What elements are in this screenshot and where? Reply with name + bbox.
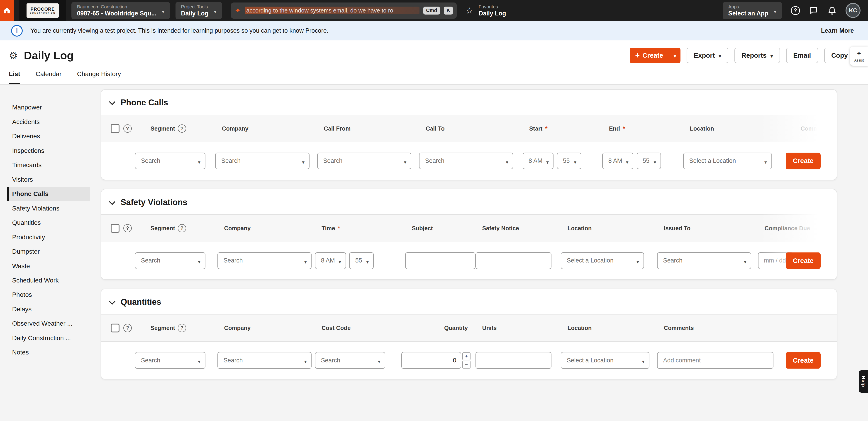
call-from-select[interactable]: Search — [317, 152, 411, 169]
end-hour-select[interactable]: 8 AM — [602, 152, 633, 169]
section-title: Phone Calls — [121, 98, 168, 107]
assist-icon: ✦ — [857, 50, 862, 57]
start-minute-select[interactable]: 55 — [557, 152, 581, 169]
segment-select[interactable]: Search — [135, 252, 205, 269]
collapse-chevron-icon[interactable] — [109, 99, 116, 105]
select-all-checkbox[interactable] — [111, 124, 120, 133]
feedback-button[interactable] — [809, 6, 818, 16]
create-phone-call-button[interactable]: Create — [786, 152, 821, 169]
topbar: PROCORE CONSTRUCTION Baum.com Constructi… — [0, 0, 868, 21]
notifications-button[interactable] — [827, 6, 837, 16]
favorites-picker[interactable]: Favorites Daily Log — [479, 4, 506, 18]
help-icon[interactable] — [178, 324, 186, 332]
tab-list[interactable]: List — [9, 71, 20, 84]
chevron-down-icon — [642, 355, 644, 365]
apps-label: Apps — [728, 4, 769, 10]
reports-button[interactable]: Reports — [735, 48, 780, 63]
help-icon[interactable] — [123, 324, 132, 332]
select-all-checkbox[interactable] — [111, 224, 120, 233]
tool-picker-value: Daily Log — [181, 10, 208, 18]
sidebar-item-waste[interactable]: Waste — [7, 259, 90, 273]
subject-input[interactable] — [405, 252, 475, 269]
company-select[interactable]: Search — [217, 352, 312, 369]
help-button[interactable]: ? — [791, 6, 800, 16]
banner-text: You are currently viewing a test project… — [30, 27, 328, 34]
column-header: Location — [690, 125, 714, 132]
tool-picker[interactable]: Project Tools Daily Log — [176, 2, 222, 19]
collapse-chevron-icon[interactable] — [109, 298, 116, 305]
company-select[interactable]: Search — [217, 252, 312, 269]
global-search-bar[interactable]: ✦ according to the window systems email,… — [231, 2, 457, 19]
column-header: Segment — [151, 325, 175, 331]
reports-button-label: Reports — [742, 52, 767, 59]
sidebar-item-observed-weather[interactable]: Observed Weather ... — [7, 316, 90, 331]
required-asterisk: * — [545, 125, 548, 132]
export-button[interactable]: Export — [687, 48, 728, 63]
home-button[interactable] — [0, 0, 14, 21]
start-hour-select[interactable]: 8 AM — [523, 152, 554, 169]
help-icon[interactable] — [178, 224, 186, 232]
issued-to-select[interactable]: Search — [657, 252, 751, 269]
user-avatar[interactable]: KC — [845, 3, 861, 18]
sidebar-item-manpower[interactable]: Manpower — [7, 100, 90, 114]
company-select[interactable]: Search — [215, 152, 309, 169]
comment-input[interactable] — [657, 352, 773, 369]
email-button[interactable]: Email — [786, 48, 818, 63]
units-input[interactable] — [475, 352, 552, 369]
location-select[interactable]: Select a Location — [561, 252, 644, 269]
sidebar-item-safety-violations[interactable]: Safety Violations — [7, 201, 90, 216]
location-select[interactable]: Select a Location — [561, 352, 649, 369]
sidebar-item-phone-calls[interactable]: Phone Calls — [7, 187, 90, 201]
sidebar-item-visitors[interactable]: Visitors — [7, 172, 90, 187]
chevron-down-icon — [304, 355, 307, 365]
create-button[interactable]: Create — [630, 48, 681, 63]
quantity-increment-button[interactable]: + — [462, 353, 471, 360]
help-tab[interactable]: Help — [859, 370, 868, 393]
tab-calendar[interactable]: Calendar — [36, 71, 61, 84]
segment-select[interactable]: Search — [135, 352, 205, 369]
help-icon[interactable] — [123, 124, 132, 133]
project-picker[interactable]: Baum.com Construction 0987-65 - Wooldrid… — [71, 2, 170, 19]
chevron-down-icon[interactable] — [669, 52, 680, 59]
segment-select[interactable]: Search — [135, 152, 205, 169]
project-picker-value: 0987-65 - Wooldridge Squ... — [77, 10, 156, 18]
help-icon[interactable] — [178, 124, 186, 133]
sidebar-item-quantities[interactable]: Quantities — [7, 216, 90, 230]
column-header: Company — [224, 325, 251, 331]
create-safety-violation-button[interactable]: Create — [786, 252, 821, 269]
safety-notice-input[interactable] — [475, 252, 552, 269]
sidebar-item-notes[interactable]: Notes — [7, 345, 90, 360]
quantity-decrement-button[interactable]: − — [462, 361, 471, 368]
help-icon[interactable] — [123, 224, 132, 232]
sidebar-item-dumpster[interactable]: Dumpster — [7, 244, 90, 259]
sidebar-item-timecards[interactable]: Timecards — [7, 158, 90, 172]
time-minute-select[interactable]: 55 — [349, 252, 373, 269]
time-hour-select[interactable]: 8 AM — [315, 252, 346, 269]
gear-icon[interactable]: ⚙ — [9, 50, 18, 61]
sidebar-item-deliveries[interactable]: Deliveries — [7, 129, 90, 143]
apps-picker[interactable]: Apps Select an App — [723, 2, 782, 19]
location-select[interactable]: Select a Location — [683, 152, 772, 169]
sidebar-item-photos[interactable]: Photos — [7, 288, 90, 302]
sidebar-item-delays[interactable]: Delays — [7, 302, 90, 316]
sidebar-item-productivity[interactable]: Productivity — [7, 230, 90, 244]
procore-logo[interactable]: PROCORE CONSTRUCTION — [19, 0, 66, 21]
end-minute-select[interactable]: 55 — [637, 152, 661, 169]
column-header: Segment — [151, 125, 175, 132]
favorite-star-icon[interactable]: ☆ — [466, 6, 473, 16]
sidebar-item-inspections[interactable]: Inspections — [7, 143, 90, 158]
tab-change-history[interactable]: Change History — [77, 71, 121, 84]
learn-more-link[interactable]: Learn More — [821, 27, 854, 34]
chevron-down-icon — [302, 156, 305, 166]
cost-code-select[interactable]: Search — [315, 352, 385, 369]
call-to-select[interactable]: Search — [419, 152, 513, 169]
sidebar-item-scheduled-work[interactable]: Scheduled Work — [7, 273, 90, 287]
sidebar-item-accidents[interactable]: Accidents — [7, 115, 90, 129]
assist-panel-button[interactable]: ✦ Assist — [850, 47, 868, 66]
email-button-label: Email — [793, 52, 811, 59]
create-quantity-button[interactable]: Create — [786, 352, 821, 369]
select-all-checkbox[interactable] — [111, 324, 120, 332]
collapse-chevron-icon[interactable] — [109, 198, 116, 205]
sidebar-item-daily-construction[interactable]: Daily Construction ... — [7, 331, 90, 345]
quantity-input[interactable] — [401, 352, 461, 369]
